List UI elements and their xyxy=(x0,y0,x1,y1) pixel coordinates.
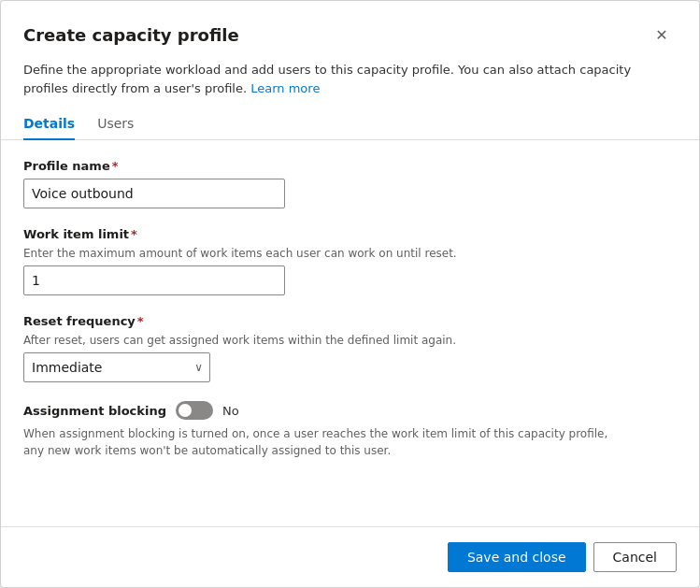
cancel-button[interactable]: Cancel xyxy=(593,542,677,572)
profile-name-label: Profile name * xyxy=(23,159,677,173)
dialog-header: Create capacity profile ✕ xyxy=(1,1,699,61)
learn-more-link[interactable]: Learn more xyxy=(250,81,320,95)
assignment-blocking-toggle[interactable] xyxy=(176,401,213,420)
assignment-blocking-description: When assignment blocking is turned on, o… xyxy=(23,425,621,459)
profile-name-field: Profile name * xyxy=(23,159,677,208)
tab-bar: Details Users xyxy=(1,108,699,140)
toggle-slider xyxy=(176,401,213,420)
profile-name-required: * xyxy=(112,159,119,173)
reset-frequency-select[interactable]: Immediate Daily Weekly xyxy=(23,352,210,382)
tab-details[interactable]: Details xyxy=(23,108,75,140)
assignment-blocking-row: Assignment blocking No xyxy=(23,401,677,420)
assignment-blocking-field: Assignment blocking No When assignment b… xyxy=(23,401,677,459)
assignment-blocking-label: Assignment blocking xyxy=(23,404,166,418)
tab-users[interactable]: Users xyxy=(97,108,134,140)
reset-frequency-required: * xyxy=(137,314,144,328)
work-item-limit-input[interactable] xyxy=(23,265,285,295)
work-item-limit-required: * xyxy=(131,227,137,241)
reset-frequency-field: Reset frequency * After reset, users can… xyxy=(23,314,677,382)
close-button[interactable]: ✕ xyxy=(647,20,677,50)
work-item-limit-hint: Enter the maximum amount of work items e… xyxy=(23,247,677,260)
dialog-footer: Save and close Cancel xyxy=(1,526,699,587)
reset-frequency-label: Reset frequency * xyxy=(23,314,677,328)
dialog-description: Define the appropriate workload and add … xyxy=(1,61,699,108)
work-item-limit-field: Work item limit * Enter the maximum amou… xyxy=(23,227,677,295)
save-and-close-button[interactable]: Save and close xyxy=(448,542,586,572)
work-item-limit-label: Work item limit * xyxy=(23,227,677,241)
reset-frequency-hint: After reset, users can get assigned work… xyxy=(23,334,677,347)
create-capacity-profile-dialog: Create capacity profile ✕ Define the app… xyxy=(0,0,700,588)
reset-frequency-wrapper: Immediate Daily Weekly ∨ xyxy=(23,352,210,382)
close-icon: ✕ xyxy=(655,26,667,44)
dialog-body: Profile name * Work item limit * Enter t… xyxy=(1,159,699,526)
assignment-blocking-value: No xyxy=(222,404,239,418)
profile-name-input[interactable] xyxy=(23,179,285,208)
dialog-title: Create capacity profile xyxy=(23,25,239,45)
